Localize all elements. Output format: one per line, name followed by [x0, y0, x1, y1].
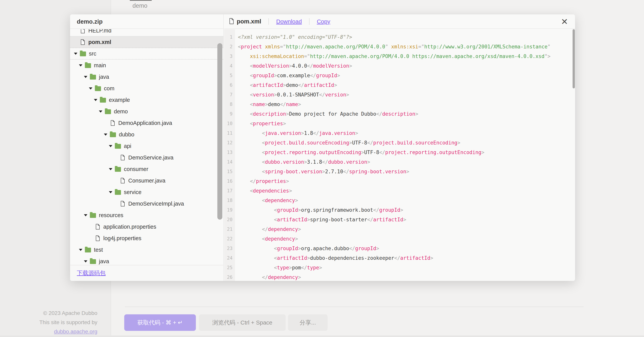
tree-item-label: test: [94, 247, 103, 253]
tree-item-HELP.md[interactable]: HELP.md: [70, 29, 223, 37]
tree-item-label: dubbo: [119, 131, 134, 138]
line-number: 8: [224, 100, 235, 109]
code-text: <artifactId>spring-boot-starter</artifac…: [238, 215, 406, 224]
caret-down-icon[interactable]: [109, 191, 112, 193]
code-line: 1<?xml version="1.0" encoding="UTF-8"?>: [224, 32, 575, 42]
file-tree-pane: demo.zip HELP.mdpom.xmlsrcmainjavacomexa…: [70, 15, 224, 281]
header-separator: [268, 18, 269, 25]
file-icon: [110, 120, 115, 126]
tree-item-src[interactable]: src: [70, 48, 223, 60]
line-number: 2: [224, 42, 235, 52]
get-code-button[interactable]: 获取代码 - ⌘ + ↵: [124, 314, 196, 331]
code-text: <?xml version="1.0" encoding="UTF-8"?>: [238, 32, 352, 42]
tree-footer: 下载源码包: [70, 265, 223, 281]
file-icon: [80, 29, 85, 34]
code-text: <dependency>: [238, 234, 298, 244]
line-number: 6: [224, 80, 235, 90]
tree-item-resources[interactable]: resources: [70, 209, 223, 221]
line-number: 20: [224, 215, 235, 224]
tree-item-label: HELP.md: [88, 29, 111, 34]
tree-item-DemoServiceImpl.java[interactable]: DemoServiceImpl.java: [70, 198, 223, 209]
explore-archive-modal: demo.zip HELP.mdpom.xmlsrcmainjavacomexa…: [70, 15, 575, 281]
caret-down-icon[interactable]: [99, 111, 102, 113]
tree-item-label: pom.xml: [88, 39, 111, 45]
line-number: 21: [224, 224, 235, 234]
code-viewer-header: pom.xml Download Copy: [224, 15, 575, 29]
tree-scrollbar-thumb[interactable]: [217, 43, 222, 220]
archive-title: demo.zip: [70, 15, 223, 29]
code-line: 10 <properties>: [224, 119, 575, 128]
download-file-link[interactable]: Download: [276, 18, 302, 25]
caret-down-icon[interactable]: [89, 87, 92, 90]
tree-item-label: main: [94, 62, 106, 69]
tree-item-consumer[interactable]: consumer: [70, 163, 223, 175]
code-line: 6 <artifactId>demo</artifactId>: [224, 80, 575, 90]
line-number: 14: [224, 157, 235, 167]
tree-item-label: log4j.properties: [103, 235, 141, 241]
tree-item-api[interactable]: api: [70, 140, 223, 152]
folder-icon: [115, 144, 121, 149]
caret-down-icon[interactable]: [109, 145, 112, 147]
tree-item-log4j.properties[interactable]: log4j.properties: [70, 232, 223, 244]
tree-item-label: DemoServiceImpl.java: [128, 201, 184, 207]
share-button[interactable]: 分享...: [288, 314, 328, 331]
tree-item-com[interactable]: com: [70, 83, 223, 94]
folder-icon: [80, 52, 86, 56]
tree-item-java[interactable]: java: [70, 255, 223, 265]
caret-down-icon[interactable]: [104, 134, 107, 136]
file-icon: [80, 39, 85, 45]
close-icon[interactable]: ✕: [556, 15, 573, 29]
line-number: 11: [224, 128, 235, 138]
line-number: 3: [224, 52, 235, 61]
tree-item-application.properties[interactable]: application.properties: [70, 221, 223, 232]
code-text: <project.build.sourceEncoding>UTF-8</pro…: [238, 138, 460, 148]
tree-item-label: src: [89, 51, 96, 57]
tree-item-DemoApplication.java[interactable]: DemoApplication.java: [70, 117, 223, 129]
code-line: 3 xsi:schemaLocation="http://maven.apach…: [224, 52, 575, 61]
tree-item-DemoService.java[interactable]: DemoService.java: [70, 152, 223, 163]
caret-down-icon[interactable]: [74, 53, 78, 55]
code-line: 25 <type>pom</type>: [224, 263, 575, 272]
folder-icon: [115, 167, 121, 172]
caret-down-icon[interactable]: [79, 249, 82, 251]
tree-item-pom.xml[interactable]: pom.xml: [70, 37, 223, 48]
tree-item-test[interactable]: test: [70, 244, 223, 255]
caret-down-icon[interactable]: [79, 64, 82, 67]
file-icon: [120, 178, 125, 183]
line-number: 19: [224, 205, 235, 215]
line-number: 13: [224, 148, 235, 157]
folder-icon: [90, 75, 96, 80]
code-text: <modelVersion>4.0.0</modelVersion>: [238, 61, 352, 71]
line-number: 26: [224, 272, 235, 281]
copy-file-link[interactable]: Copy: [317, 18, 330, 25]
caret-down-icon[interactable]: [84, 260, 87, 262]
tree-item-service[interactable]: service: [70, 186, 223, 198]
code-text: <java.version>1.8</java.version>: [238, 128, 358, 138]
tree-item-dubbo[interactable]: dubbo: [70, 129, 223, 140]
code-line: 15 <spring-boot.version>2.7.10</spring-b…: [224, 167, 575, 176]
caret-down-icon[interactable]: [94, 99, 97, 101]
code-line: 12 <project.build.sourceEncoding>UTF-8</…: [224, 138, 575, 148]
code-text: <artifactId>demo</artifactId>: [238, 80, 337, 90]
folder-icon: [85, 248, 91, 252]
tree-item-Consumer.java[interactable]: Consumer.java: [70, 175, 223, 186]
tree-item-example[interactable]: example: [70, 94, 223, 106]
code-text: <artifactId>dubbo-dependencies-zookeeper…: [238, 253, 433, 263]
caret-down-icon[interactable]: [84, 76, 87, 78]
line-number: 25: [224, 263, 235, 272]
tree-item-label: resources: [99, 212, 123, 218]
folder-icon: [110, 132, 116, 137]
caret-down-icon[interactable]: [109, 168, 112, 170]
tree-item-main[interactable]: main: [70, 60, 223, 71]
code-text: </dependency>: [238, 272, 301, 281]
code-line: 13 <project.reporting.outputEncoding>UTF…: [224, 148, 575, 157]
tree-item-java[interactable]: java: [70, 71, 223, 83]
download-source-link[interactable]: 下载源码包: [77, 269, 106, 277]
caret-down-icon[interactable]: [84, 214, 87, 216]
line-number: 16: [224, 176, 235, 186]
tree-item-demo[interactable]: demo: [70, 106, 223, 117]
code-scrollbar-thumb[interactable]: [572, 29, 575, 88]
tree-item-label: application.properties: [103, 224, 156, 230]
explore-code-button[interactable]: 浏览代码 - Ctrl + Space: [199, 314, 286, 331]
dubbo-site-link[interactable]: dubbo.apache.org: [54, 328, 97, 334]
